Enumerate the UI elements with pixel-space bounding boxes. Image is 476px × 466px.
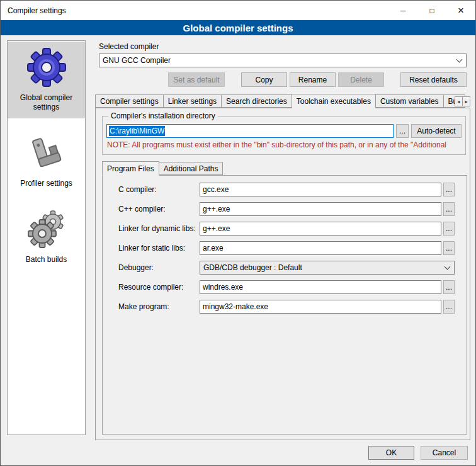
dynamic-linker-label: Linker for dynamic libs:	[118, 224, 200, 233]
c-compiler-label: C compiler:	[118, 185, 200, 194]
settings-tabstrip: Compiler settings Linker settings Search…	[95, 94, 470, 108]
profiler-tool-icon	[26, 132, 67, 173]
cpp-compiler-input[interactable]	[200, 202, 441, 216]
selected-compiler-label: Selected compiler	[99, 42, 470, 51]
sidebar-item-batch-builds[interactable]: Batch builds	[8, 203, 85, 271]
compiler-actions: Set as default Copy Rename Delete Reset …	[99, 72, 467, 87]
tab-toolchain-executables[interactable]: Toolchain executables	[292, 94, 376, 108]
delete-button[interactable]: Delete	[338, 72, 384, 87]
cpp-compiler-row: C++ compiler: ...	[118, 202, 455, 216]
tab-search-directories[interactable]: Search directories	[221, 94, 292, 108]
tab-custom-variables[interactable]: Custom variables	[375, 94, 444, 108]
c-compiler-input[interactable]	[200, 183, 441, 196]
chevron-down-icon	[456, 57, 463, 63]
blue-gear-icon	[26, 47, 67, 87]
make-program-label: Make program:	[118, 302, 200, 311]
resource-compiler-browse-button[interactable]: ...	[443, 280, 455, 294]
maximize-button[interactable]: □	[417, 1, 446, 20]
dialog-footer: OK Cancel	[368, 446, 468, 460]
sidebar-item-label: Global compiler settings	[9, 93, 84, 112]
resource-compiler-input[interactable]	[200, 280, 441, 294]
reset-defaults-button[interactable]: Reset defaults	[400, 72, 467, 87]
tab-linker-settings[interactable]: Linker settings	[163, 94, 222, 108]
copy-button[interactable]: Copy	[241, 72, 287, 87]
compiler-settings-dialog: Compiler settings ─ □ × Global compiler …	[0, 0, 476, 466]
static-linker-browse-button[interactable]: ...	[443, 241, 455, 255]
cpp-compiler-label: C++ compiler:	[118, 205, 200, 213]
debugger-label: Debugger:	[118, 263, 200, 272]
dynamic-linker-input[interactable]	[200, 222, 441, 236]
caption-buttons: ─ □ ×	[388, 1, 475, 20]
dialog-header: Global compiler settings	[1, 20, 475, 35]
maximize-icon: □	[429, 6, 434, 15]
make-program-browse-button[interactable]: ...	[443, 300, 455, 314]
installation-directory-value: C:\raylib\MinGW	[109, 126, 165, 136]
sidebar-item-label: Profiler settings	[20, 179, 72, 188]
installation-directory-input[interactable]: C:\raylib\MinGW	[106, 124, 394, 138]
make-program-input[interactable]	[200, 300, 441, 314]
installation-directory-group: Compiler's installation directory C:\ray…	[102, 116, 466, 155]
close-button[interactable]: ×	[446, 1, 475, 20]
program-files-page: C compiler: ... C++ compiler: ... Linker…	[102, 175, 467, 435]
toolchain-executables-page: Compiler's installation directory C:\ray…	[95, 108, 470, 440]
browse-directory-button[interactable]: ...	[396, 124, 409, 138]
c-compiler-browse-button[interactable]: ...	[443, 183, 455, 196]
installation-directory-legend: Compiler's installation directory	[108, 111, 218, 120]
dynamic-linker-browse-button[interactable]: ...	[443, 222, 455, 236]
minimize-icon: ─	[400, 6, 406, 15]
gray-gears-icon	[26, 208, 67, 249]
titlebar[interactable]: Compiler settings ─ □ ×	[1, 1, 475, 20]
debugger-row: Debugger: GDB/CDB debugger : Default	[118, 261, 455, 275]
tab-scroll-buttons: ◄ ►	[455, 96, 470, 106]
program-files-tabstrip: Program Files Additional Paths	[102, 161, 470, 175]
minimize-button[interactable]: ─	[388, 1, 417, 20]
cancel-button[interactable]: Cancel	[421, 446, 468, 460]
sidebar-item-label: Batch builds	[26, 255, 67, 264]
debugger-dropdown[interactable]: GDB/CDB debugger : Default	[200, 261, 455, 275]
sidebar-item-global-compiler-settings[interactable]: Global compiler settings	[8, 42, 85, 118]
chevron-down-icon	[445, 264, 451, 270]
dialog-header-title: Global compiler settings	[183, 23, 293, 33]
resource-compiler-label: Resource compiler:	[118, 283, 200, 292]
dynamic-linker-row: Linker for dynamic libs: ...	[118, 222, 455, 236]
auto-detect-button[interactable]: Auto-detect	[411, 124, 462, 138]
cpp-compiler-browse-button[interactable]: ...	[443, 202, 455, 216]
selected-compiler-dropdown[interactable]: GNU GCC Compiler	[99, 54, 467, 67]
tab-scroll-right-icon[interactable]: ►	[462, 96, 470, 106]
installation-directory-row: C:\raylib\MinGW ... Auto-detect	[106, 124, 462, 138]
set-as-default-button[interactable]: Set as default	[168, 72, 225, 87]
tab-compiler-settings[interactable]: Compiler settings	[95, 94, 164, 108]
selected-compiler-value: GNU GCC Compiler	[103, 56, 171, 65]
c-compiler-row: C compiler: ...	[118, 176, 455, 196]
static-linker-row: Linker for static libs: ...	[118, 241, 455, 255]
tab-additional-paths[interactable]: Additional Paths	[159, 162, 224, 175]
make-program-row: Make program: ...	[118, 300, 455, 314]
rename-button[interactable]: Rename	[290, 72, 336, 87]
static-linker-label: Linker for static libs:	[118, 244, 200, 253]
static-linker-input[interactable]	[200, 241, 441, 255]
main-panel: Selected compiler GNU GCC Compiler Set a…	[92, 38, 470, 440]
debugger-value: GDB/CDB debugger : Default	[203, 263, 302, 272]
settings-sidebar: Global compiler settings Profiler settin…	[7, 40, 86, 435]
tab-program-files[interactable]: Program Files	[102, 161, 159, 176]
close-icon: ×	[458, 5, 464, 16]
bin-subdirectory-note: NOTE: All programs must exist either in …	[107, 140, 462, 149]
sidebar-item-profiler-settings[interactable]: Profiler settings	[8, 127, 85, 195]
resource-compiler-row: Resource compiler: ...	[118, 280, 455, 294]
window-title: Compiler settings	[1, 6, 388, 15]
ok-button[interactable]: OK	[368, 446, 414, 460]
